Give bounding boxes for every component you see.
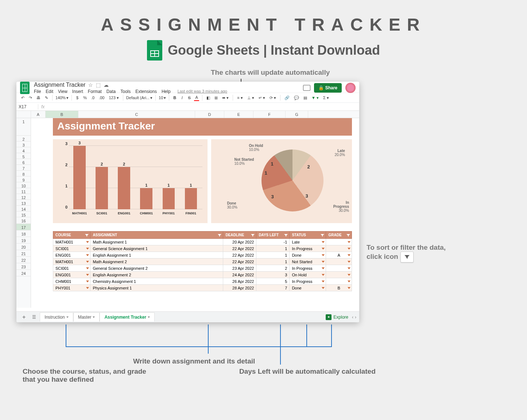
filter-icon[interactable] [346, 234, 350, 237]
dropdown-icon[interactable] [322, 241, 325, 243]
row-header-6[interactable]: 6 [16, 159, 31, 165]
undo-icon[interactable]: ↶ [20, 95, 26, 101]
menu-view[interactable]: View [58, 89, 67, 94]
bar-chart[interactable]: 0123 3MATH0012SCI0012ENG0011CHM0011PHY00… [53, 139, 208, 223]
cell[interactable] [326, 278, 352, 285]
row-header-2[interactable]: 2 [16, 136, 31, 141]
redo-icon[interactable]: ↷ [28, 95, 33, 101]
rotate-icon[interactable]: ⟳ ▾ [268, 95, 277, 101]
formula-input[interactable]: fx [38, 104, 47, 109]
row-header-19[interactable]: 19 [16, 237, 31, 244]
share-button[interactable]: 🔒Share [314, 83, 342, 93]
all-sheets-button[interactable]: ☰ [30, 313, 38, 321]
dropdown-icon[interactable] [86, 274, 89, 276]
fontsize-select[interactable]: 10 ▾ [159, 96, 166, 100]
name-box[interactable]: X17 [16, 104, 38, 109]
row-header-10[interactable]: 10 [16, 182, 31, 188]
row-header-16[interactable]: 16 [16, 217, 31, 224]
filter-icon[interactable]: ▼ ▾ [310, 95, 320, 101]
dropdown-icon[interactable] [86, 287, 89, 289]
bold-icon[interactable]: B [172, 95, 177, 101]
row-header-8[interactable]: 8 [16, 171, 31, 176]
col-deadline[interactable]: DEADLINE [223, 232, 256, 239]
dropdown-icon[interactable] [322, 261, 325, 262]
percent-icon[interactable]: % [82, 95, 88, 101]
menu-edit[interactable]: Edit [46, 89, 53, 94]
filter-icon[interactable] [85, 234, 89, 237]
dropdown-icon[interactable] [86, 280, 89, 282]
tab-master[interactable]: Master [73, 312, 100, 322]
cell[interactable]: Math Assignment 1 [90, 239, 223, 245]
scroll-right-icon[interactable]: › [355, 315, 356, 320]
row-header-4[interactable]: 4 [16, 147, 31, 153]
row-header-20[interactable]: 20 [16, 244, 31, 250]
dropdown-icon[interactable] [86, 248, 89, 249]
text-color-icon[interactable]: A [194, 94, 199, 101]
last-edit-link[interactable]: Last edit was 3 minutes ago [178, 89, 227, 94]
row-header-5[interactable]: 5 [16, 153, 31, 159]
cell[interactable]: Math Assignment 2 [90, 258, 223, 265]
dropdown-icon[interactable] [348, 261, 350, 262]
dropdown-icon[interactable] [322, 287, 325, 289]
document-title[interactable]: Assignment Tracker [34, 82, 85, 88]
filter-icon[interactable] [284, 234, 288, 237]
cell[interactable]: Done [290, 285, 326, 291]
row-header-9[interactable]: 9 [16, 176, 31, 182]
menu-data[interactable]: Data [106, 89, 116, 94]
cell[interactable]: In Progress [290, 278, 326, 285]
filter-icon[interactable] [251, 234, 255, 237]
cell[interactable]: B [326, 285, 352, 291]
col-header-F[interactable]: F [253, 111, 286, 118]
scroll-left-icon[interactable]: ‹ [352, 315, 353, 320]
dropdown-icon[interactable] [348, 267, 350, 269]
filter-icon[interactable] [321, 234, 324, 237]
tab-menu-icon[interactable] [93, 316, 95, 318]
cell[interactable]: Done [290, 252, 326, 258]
row-header-18[interactable]: 18 [16, 230, 31, 237]
currency-icon[interactable]: $ [75, 95, 80, 101]
dropdown-icon[interactable] [322, 280, 325, 282]
cell[interactable]: MATH001 [53, 239, 90, 245]
paint-format-icon[interactable]: ✎ [44, 95, 49, 101]
dropdown-icon[interactable] [348, 241, 350, 243]
italic-icon[interactable]: I [179, 95, 185, 101]
row-header-7[interactable]: 7 [16, 165, 31, 171]
merge-icon[interactable]: ⬌ ▾ [221, 95, 230, 101]
menu-tools[interactable]: Tools [120, 89, 131, 94]
cell[interactable]: SCI001 [53, 265, 90, 272]
cell[interactable]: Late [290, 239, 326, 245]
comment-icon[interactable]: 💬 [293, 95, 300, 101]
cell[interactable]: ENG001 [53, 272, 90, 278]
cell[interactable]: General Science Assignment 1 [90, 245, 223, 252]
cell[interactable] [326, 272, 352, 278]
cell[interactable]: SCI001 [53, 245, 90, 252]
filter-icon[interactable] [218, 234, 221, 237]
borders-icon[interactable]: ⊞ [213, 95, 219, 101]
functions-icon[interactable]: Σ ▾ [322, 95, 330, 101]
cell[interactable]: English Assignment 2 [90, 272, 223, 278]
decimal-inc-icon[interactable]: .00 [98, 95, 105, 101]
tab-menu-icon[interactable] [148, 316, 150, 318]
dropdown-icon[interactable] [348, 254, 350, 256]
cell[interactable]: On Hold [290, 272, 326, 278]
cell[interactable]: MATH001 [53, 258, 90, 265]
col-header-B[interactable]: B [46, 111, 78, 118]
col-course[interactable]: COURSE [53, 232, 90, 239]
tab-instruction[interactable]: Instruction [40, 312, 73, 322]
dropdown-icon[interactable] [86, 267, 89, 269]
row-header-15[interactable]: 15 [16, 211, 31, 217]
cell[interactable]: ENG001 [53, 252, 90, 258]
add-sheet-button[interactable]: + [19, 312, 28, 322]
col-assignment[interactable]: ASSIGNMENT [90, 232, 223, 239]
comments-icon[interactable] [303, 85, 310, 91]
col-header-A[interactable]: A [31, 111, 46, 118]
row-header-21[interactable]: 21 [16, 250, 31, 257]
dropdown-icon[interactable] [86, 241, 89, 243]
row-header-23[interactable]: 23 [16, 263, 31, 270]
col-header-D[interactable]: D [195, 111, 224, 118]
cell[interactable]: English Assignment 1 [90, 252, 223, 258]
dropdown-icon[interactable] [86, 254, 89, 256]
dropdown-icon[interactable] [322, 274, 325, 276]
cell[interactable]: In Progress [290, 265, 326, 272]
row-header-14[interactable]: 14 [16, 206, 31, 211]
